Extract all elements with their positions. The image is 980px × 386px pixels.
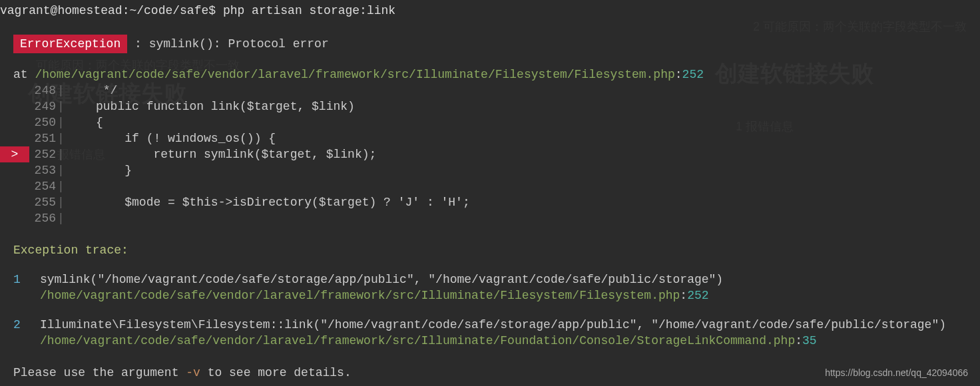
line-number: 256 — [29, 210, 56, 226]
gutter-pipe: | — [56, 178, 67, 194]
code-line: 255| $mode = $this->isDirectory($target)… — [0, 194, 980, 210]
trace-item: 1symlink("/home/vagrant/code/safe/storag… — [0, 272, 980, 303]
code-snippet: 248| */249| public function link($target… — [0, 83, 980, 226]
gutter-pipe: | — [56, 98, 67, 114]
code-line: 249| public function link($target, $link… — [0, 98, 980, 114]
command-text: php artisan storage:link — [223, 4, 395, 17]
trace-location: /home/vagrant/code/safe/vendor/laravel/f… — [40, 333, 980, 349]
code-line: 250| { — [0, 114, 980, 130]
at-prefix: at — [13, 68, 35, 81]
trace-number: 1 — [13, 272, 40, 303]
terminal-output: vagrant@homestead:~/code/safe$ php artis… — [0, 0, 980, 381]
arrow-icon: > — [0, 146, 29, 162]
prompt-prefix: vagrant@homestead:~/code/safe$ — [0, 4, 216, 17]
footer-suffix: to see more details. — [200, 366, 352, 379]
line-number: 251 — [29, 130, 56, 146]
gutter-pipe: | — [56, 162, 67, 178]
code-line: 251| if (! windows_os()) { — [0, 130, 980, 146]
error-badge: ErrorException — [13, 35, 127, 53]
at-line: at /home/vagrant/code/safe/vendor/larave… — [0, 67, 980, 83]
gutter-pipe: | — [56, 210, 67, 226]
code-line: 254| — [0, 178, 980, 194]
trace-location: /home/vagrant/code/safe/vendor/laravel/f… — [40, 288, 980, 303]
trace-linenum: 35 — [802, 334, 817, 347]
line-number: 249 — [29, 98, 56, 114]
error-message: symlink(): Protocol error — [149, 37, 329, 51]
trace-item: 2Illuminate\Filesystem\Filesystem::link(… — [0, 317, 980, 349]
trace-sep: : — [795, 334, 802, 347]
error-separator: : — [134, 37, 149, 51]
trace-header: Exception trace: — [0, 242, 980, 258]
trace-sep: : — [680, 289, 687, 302]
code-text: $mode = $this->isDirectory($target) ? 'J… — [67, 194, 470, 210]
at-linenum: 252 — [682, 68, 704, 81]
trace-path: /home/vagrant/code/safe/vendor/laravel/f… — [40, 289, 680, 302]
line-number: 254 — [29, 178, 56, 194]
code-text: return symlink($target, $link); — [67, 146, 376, 162]
code-text: */ — [67, 83, 118, 98]
error-line: ErrorException : symlink(): Protocol err… — [0, 35, 980, 53]
code-line: 248| */ — [0, 83, 980, 98]
footer-prefix: Please use the argument — [13, 366, 186, 379]
code-line: >252| return symlink($target, $link); — [0, 146, 980, 162]
code-text: } — [67, 162, 132, 178]
footer-arg: -v — [186, 366, 200, 379]
gutter-pipe: | — [56, 130, 67, 146]
trace-body: Illuminate\Filesystem\Filesystem::link("… — [40, 317, 980, 349]
code-text: public function link($target, $link) — [67, 98, 355, 114]
code-text: { — [67, 114, 103, 130]
trace-path: /home/vagrant/code/safe/vendor/laravel/f… — [40, 334, 795, 347]
gutter-pipe: | — [56, 83, 67, 98]
line-number: 248 — [29, 83, 56, 98]
gutter-pipe: | — [56, 194, 67, 210]
code-line: 253| } — [0, 162, 980, 178]
code-line: 256| — [0, 210, 980, 226]
at-sep: : — [675, 68, 682, 81]
gutter-pipe: | — [56, 114, 67, 130]
trace-body: symlink("/home/vagrant/code/safe/storage… — [40, 272, 980, 303]
watermark: https://blog.csdn.net/qq_42094066 — [825, 365, 968, 381]
prompt-line: vagrant@homestead:~/code/safe$ php artis… — [0, 0, 980, 21]
trace-call: Illuminate\Filesystem\Filesystem::link("… — [40, 317, 980, 333]
trace-linenum: 252 — [687, 289, 708, 302]
line-number: 255 — [29, 194, 56, 210]
at-path: /home/vagrant/code/safe/vendor/laravel/f… — [35, 68, 674, 81]
line-number: 252 — [29, 146, 56, 162]
line-number: 250 — [29, 114, 56, 130]
trace-number: 2 — [13, 317, 40, 349]
line-number: 253 — [29, 162, 56, 178]
trace-call: symlink("/home/vagrant/code/safe/storage… — [40, 272, 980, 288]
code-text: if (! windows_os()) { — [67, 130, 276, 146]
gutter-pipe: | — [56, 146, 67, 162]
